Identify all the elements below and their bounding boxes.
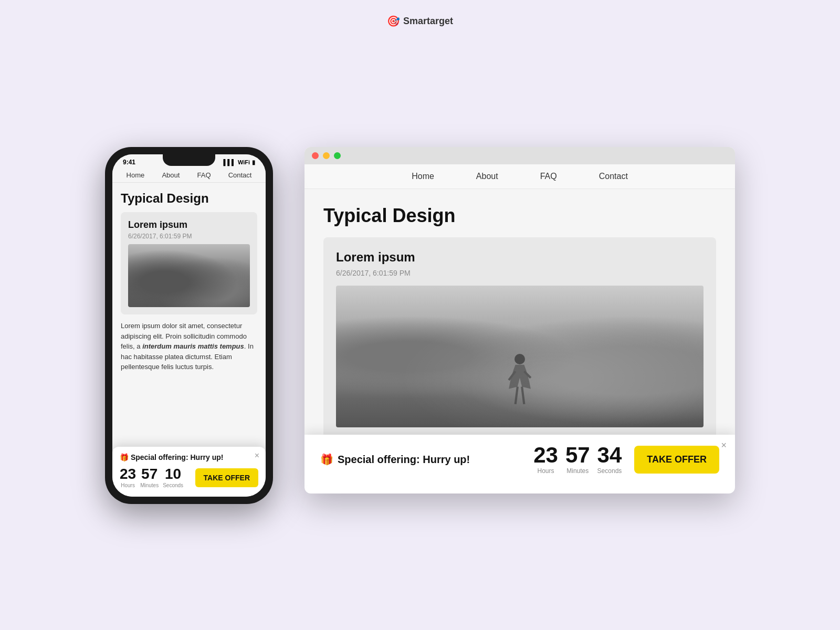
browser-popup-emoji: 🎁 <box>320 453 333 466</box>
phone-content: Typical Design Lorem ipsum 6/26/2017, 6:… <box>112 183 266 381</box>
signal-icon: ▌▌▌ <box>223 159 235 165</box>
browser-nav-home[interactable]: Home <box>412 172 434 181</box>
browser-popup-close-button[interactable]: × <box>721 440 727 451</box>
phone-popup: × 🎁 Special offering: Hurry up! 23 Hours… <box>112 447 266 497</box>
browser-take-offer-button[interactable]: TAKE OFFER <box>634 446 719 474</box>
phone-page-title: Typical Design <box>121 191 257 206</box>
phone-notch <box>163 154 215 166</box>
phone-popup-title-text: Special offering: Hurry up! <box>131 453 224 461</box>
phone-timer-minutes-label: Minutes <box>140 482 159 488</box>
phone-time: 9:41 <box>123 159 135 166</box>
phone-timer-hours-number: 23 <box>120 467 136 481</box>
phone-timer-hours: 23 Hours <box>120 467 136 488</box>
phone-card-image-render <box>128 244 250 307</box>
browser-nav-faq[interactable]: FAQ <box>540 172 557 181</box>
browser-timer-minutes-label: Minutes <box>565 467 590 475</box>
browser-nav-about[interactable]: About <box>476 172 498 181</box>
browser-titlebar <box>304 147 735 164</box>
phone-popup-title: 🎁 Special offering: Hurry up! <box>120 453 258 461</box>
phone-popup-close-button[interactable]: × <box>255 451 259 460</box>
phone-popup-emoji: 🎁 <box>120 453 129 461</box>
browser-timer-minutes-number: 57 <box>565 444 590 466</box>
phone-card: Lorem ipsum 6/26/2017, 6:01:59 PM <box>121 212 257 314</box>
phone-popup-bottom: 23 Hours 57 Minutes 10 Seconds TAKE OFFE… <box>120 467 258 488</box>
phone-timer-hours-label: Hours <box>120 482 136 488</box>
browser-card-date: 6/26/2017, 6:01:59 PM <box>336 269 704 277</box>
phone-card-title: Lorem ipsum <box>128 219 250 230</box>
logo-icon: 🎯 <box>387 15 400 27</box>
phone-timer-minutes-number: 57 <box>140 467 159 481</box>
phone-timer-seconds-label: Seconds <box>163 482 183 488</box>
browser-popup-title-text: Special offering: Hurry up! <box>338 454 470 466</box>
phone-card-date: 6/26/2017, 6:01:59 PM <box>128 233 250 240</box>
browser-nav-contact[interactable]: Contact <box>599 172 628 181</box>
browser-close-dot[interactable] <box>312 152 319 159</box>
browser-timer-row: 23 Hours 57 Minutes 34 Seconds <box>533 444 622 475</box>
browser-frame: Home About FAQ Contact Typical Design Lo… <box>304 147 735 494</box>
phone-timer-seconds-number: 10 <box>163 467 183 481</box>
browser-card: Lorem ipsum 6/26/2017, 6:01:59 PM <box>323 237 716 440</box>
phone-nav-about[interactable]: About <box>162 171 180 179</box>
browser-timer-hours-number: 23 <box>533 444 558 466</box>
browser-popup-title: 🎁 Special offering: Hurry up! <box>320 453 470 466</box>
logo-text: Smartarget <box>403 16 453 27</box>
browser-timer-seconds-label: Seconds <box>597 467 622 475</box>
phone-card-image <box>128 244 250 307</box>
browser-timer-hours-label: Hours <box>533 467 558 475</box>
phone-mockup: 9:41 ▌▌▌ WiFi ▮ Home About FAQ Contact T… <box>105 147 273 504</box>
browser-figure <box>507 354 533 406</box>
browser-mockup: Home About FAQ Contact Typical Design Lo… <box>304 147 735 494</box>
phone-nav-home[interactable]: Home <box>127 171 145 179</box>
browser-timer-seconds: 34 Seconds <box>597 444 622 475</box>
browser-timer-minutes: 57 Minutes <box>565 444 590 475</box>
phone-nav-contact[interactable]: Contact <box>228 171 252 179</box>
phone-timer-row: 23 Hours 57 Minutes 10 Seconds <box>120 467 183 488</box>
phone-status-icons: ▌▌▌ WiFi ▮ <box>223 159 255 166</box>
browser-card-title: Lorem ipsum <box>336 250 704 265</box>
browser-timer-seconds-number: 34 <box>597 444 622 466</box>
browser-card-image <box>336 286 704 427</box>
phone-take-offer-button[interactable]: TAKE OFFER <box>195 468 258 487</box>
browser-content: Typical Design Lorem ipsum 6/26/2017, 6:… <box>304 189 735 485</box>
logo: 🎯 Smartarget <box>387 15 453 27</box>
browser-timer-hours: 23 Hours <box>533 444 558 475</box>
phone-timer-minutes: 57 Minutes <box>140 467 159 488</box>
phone-nav-faq[interactable]: FAQ <box>197 171 211 179</box>
phone-timer-seconds: 10 Seconds <box>163 467 183 488</box>
browser-nav: Home About FAQ Contact <box>304 164 735 189</box>
battery-icon: ▮ <box>252 159 255 166</box>
wifi-icon: WiFi <box>238 159 250 165</box>
browser-maximize-dot[interactable] <box>334 152 341 159</box>
phone-frame: 9:41 ▌▌▌ WiFi ▮ Home About FAQ Contact T… <box>105 147 273 504</box>
phone-screen: 9:41 ▌▌▌ WiFi ▮ Home About FAQ Contact T… <box>112 154 266 497</box>
browser-page-title: Typical Design <box>323 205 716 227</box>
browser-minimize-dot[interactable] <box>323 152 330 159</box>
svg-point-0 <box>514 354 525 364</box>
browser-popup: × 🎁 Special offering: Hurry up! 23 Hours… <box>304 435 735 485</box>
phone-nav: Home About FAQ Contact <box>112 168 266 183</box>
phone-body-text: Lorem ipsum dolor sit amet, consectetur … <box>121 321 257 372</box>
